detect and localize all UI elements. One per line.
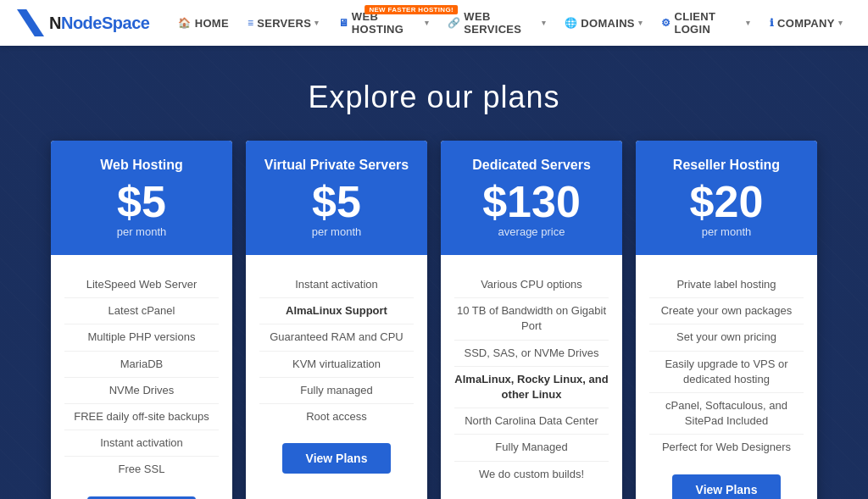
- nav-label-home: HOME: [195, 17, 229, 30]
- nav-item-home[interactable]: 🏠HOME: [170, 0, 237, 46]
- nav-label-servers: SERVERS: [257, 17, 311, 30]
- web-services-icon: 🔗: [448, 17, 460, 29]
- card-feature: Set your own pricing: [649, 324, 804, 351]
- card-body-dedicated: Various CPU options10 TB of Bandwidth on…: [441, 255, 622, 499]
- card-feature: cPanel, Softaculous, and SitePad Include…: [649, 393, 804, 435]
- card-feature: Instant activation: [64, 430, 219, 457]
- card-dedicated: Dedicated Servers $130 average price Var…: [441, 141, 622, 499]
- card-feature: NVMe Drives: [64, 378, 219, 404]
- chevron-icon: ▾: [425, 19, 429, 27]
- card-feature: LiteSpeed Web Server: [64, 272, 219, 298]
- plans-cards: Web Hosting $5 per month LiteSpeed Web S…: [51, 141, 817, 499]
- chevron-icon: ▾: [638, 19, 643, 27]
- logo-text: NNodeSpace: [49, 14, 149, 33]
- card-price-web-hosting: $5: [64, 180, 219, 224]
- card-price-sub-vps: per month: [259, 225, 414, 238]
- chevron-icon: ▾: [746, 19, 750, 27]
- card-price-sub-web-hosting: per month: [64, 225, 219, 238]
- servers-icon: ≡: [248, 17, 253, 29]
- card-feature: AlmaLinux Support: [259, 298, 414, 324]
- card-feature: Instant activation: [259, 272, 414, 298]
- card-feature: SSD, SAS, or NVMe Drives: [454, 341, 609, 367]
- card-feature: Create your own packages: [649, 298, 804, 324]
- client-login-icon: ⚙: [661, 17, 670, 29]
- nav-item-web-services[interactable]: 🔗WEB SERVICES▾: [439, 0, 554, 46]
- card-title-dedicated: Dedicated Servers: [454, 158, 609, 173]
- card-body-web-hosting: LiteSpeed Web ServerLatest cPanelMultipl…: [51, 255, 232, 499]
- card-body-vps: Instant activationAlmaLinux SupportGuara…: [246, 255, 427, 494]
- card-feature: We do custom builds!: [454, 462, 609, 487]
- view-plans-button-reseller[interactable]: View Plans: [672, 474, 782, 500]
- card-feature: Fully managed: [259, 378, 414, 404]
- domains-icon: 🌐: [565, 17, 577, 29]
- navbar: NNodeSpace 🏠HOME≡SERVERS▾🖥WEB HOSTING▾NE…: [0, 0, 868, 46]
- nav-label-client-login: CLIENT LOGIN: [674, 10, 743, 36]
- logo-icon: [17, 9, 44, 36]
- card-feature: Root access: [259, 404, 414, 430]
- chevron-icon: ▾: [314, 19, 319, 27]
- card-feature: North Carolina Data Center: [454, 408, 609, 435]
- web-hosting-icon: 🖥: [338, 17, 348, 29]
- logo[interactable]: NNodeSpace: [17, 9, 149, 36]
- card-feature: Free SSL: [64, 457, 219, 482]
- card-feature: Guaranteed RAM and CPU: [259, 324, 414, 351]
- card-reseller: Reseller Hosting $20 per month Private l…: [636, 141, 817, 499]
- nav-item-domains[interactable]: 🌐DOMAINS▾: [556, 0, 651, 46]
- card-price-dedicated: $130: [454, 180, 609, 224]
- card-feature: Fully Managed: [454, 435, 609, 461]
- company-icon: ℹ: [770, 17, 774, 29]
- card-header-vps: Virtual Private Servers $5 per month: [246, 141, 427, 255]
- card-header-dedicated: Dedicated Servers $130 average price: [441, 141, 622, 255]
- card-feature: Various CPU options: [454, 272, 609, 298]
- nav-label-domains: DOMAINS: [581, 17, 635, 30]
- card-feature: MariaDB: [64, 352, 219, 378]
- nav-item-client-login[interactable]: ⚙CLIENT LOGIN▾: [653, 0, 760, 46]
- card-feature: KVM virtualization: [259, 352, 414, 378]
- card-price-vps: $5: [259, 180, 414, 224]
- card-feature: 10 TB of Bandwidth on Gigabit Port: [454, 298, 609, 340]
- nav-item-web-hosting[interactable]: 🖥WEB HOSTING▾NEW FASTER HOSTING!: [330, 0, 438, 46]
- card-vps: Virtual Private Servers $5 per month Ins…: [246, 141, 427, 499]
- card-price-sub-dedicated: average price: [454, 225, 609, 238]
- card-feature: FREE daily off-site backups: [64, 404, 219, 430]
- chevron-icon: ▾: [838, 19, 843, 27]
- card-feature: Private label hosting: [649, 272, 804, 298]
- hero-title: Explore our plans: [51, 80, 817, 115]
- card-feature: Multiple PHP versions: [64, 324, 219, 351]
- card-title-vps: Virtual Private Servers: [259, 158, 414, 173]
- card-feature: Perfect for Web Designers: [649, 435, 804, 460]
- hero-section: Explore our plans Web Hosting $5 per mon…: [0, 46, 868, 499]
- card-web-hosting: Web Hosting $5 per month LiteSpeed Web S…: [51, 141, 232, 499]
- nav-item-servers[interactable]: ≡SERVERS▾: [239, 0, 328, 46]
- card-header-reseller: Reseller Hosting $20 per month: [636, 141, 817, 255]
- chevron-icon: ▾: [542, 19, 546, 27]
- nav-item-company[interactable]: ℹCOMPANY▾: [761, 0, 851, 46]
- home-icon: 🏠: [178, 17, 191, 29]
- nav-items: 🏠HOME≡SERVERS▾🖥WEB HOSTING▾NEW FASTER HO…: [170, 0, 851, 46]
- card-title-web-hosting: Web Hosting: [64, 158, 219, 173]
- card-body-reseller: Private label hostingCreate your own pac…: [636, 255, 817, 499]
- card-title-reseller: Reseller Hosting: [649, 158, 804, 173]
- nav-label-company: COMPANY: [777, 17, 835, 30]
- nav-label-web-services: WEB SERVICES: [464, 10, 537, 36]
- view-plans-button-web-hosting[interactable]: View Plans: [87, 496, 197, 500]
- card-price-reseller: $20: [649, 180, 804, 224]
- card-price-sub-reseller: per month: [649, 225, 804, 238]
- card-feature: AlmaLinux, Rocky Linux, and other Linux: [454, 367, 609, 408]
- card-feature: Latest cPanel: [64, 298, 219, 324]
- card-feature: Easily upgrade to VPS or dedicated hosti…: [649, 352, 804, 393]
- view-plans-button-vps[interactable]: View Plans: [282, 443, 392, 474]
- card-header-web-hosting: Web Hosting $5 per month: [51, 141, 232, 255]
